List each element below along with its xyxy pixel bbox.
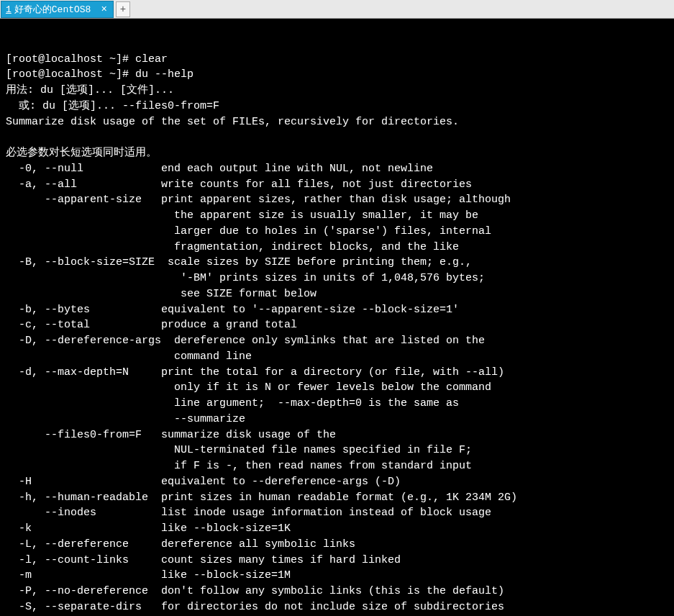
terminal-line: -a, --all write counts for all files, no… — [6, 177, 668, 193]
terminal-line: --summarize — [6, 412, 668, 427]
terminal-line: -D, --dereference-args dereference only … — [6, 333, 668, 349]
terminal-line: 或: du [选项]... --files0-from=F — [6, 99, 668, 114]
terminal-line: NUL-terminated file names specified in f… — [6, 443, 668, 458]
terminal-line: command line — [6, 349, 668, 365]
terminal-line: -l, --count-links count sizes many times… — [6, 553, 668, 569]
terminal-line: [root@localhost ~]# du --help — [6, 67, 668, 83]
terminal-line: 用法: du [选项]... [文件]... — [6, 83, 668, 99]
terminal-line: -0, --null end each output line with NUL… — [6, 161, 668, 177]
terminal-line: -b, --bytes equivalent to '--apparent-si… — [6, 302, 668, 318]
terminal-line: --files0-from=F summarize disk usage of … — [6, 427, 668, 443]
close-icon[interactable]: × — [101, 4, 106, 15]
terminal-line: -d, --max-depth=N print the total for a … — [6, 365, 668, 381]
terminal-line: --apparent-size print apparent sizes, ra… — [6, 192, 668, 208]
terminal-line: fragmentation, indirect blocks, and the … — [6, 240, 668, 255]
terminal-line: -H equivalent to --dereference-args (-D) — [6, 474, 668, 490]
terminal-line: --inodes list inode usage information in… — [6, 505, 668, 521]
add-tab-button[interactable]: + — [116, 1, 130, 17]
terminal-line: -P, --no-dereference don't follow any sy… — [6, 584, 668, 599]
terminal-line: -h, --human-readable print sizes in huma… — [6, 490, 668, 506]
terminal-line: if F is -, then read names from standard… — [6, 458, 668, 474]
terminal-body[interactable]: [root@localhost ~]# clear[root@localhost… — [0, 19, 674, 616]
terminal-line: -m like --block-size=1M — [6, 568, 668, 584]
terminal-line: -k like --block-size=1K — [6, 521, 668, 537]
terminal-line: Summarize disk usage of the set of FILEs… — [6, 114, 668, 130]
terminal-line: larger due to holes in ('sparse') files,… — [6, 224, 668, 240]
terminal-line: see SIZE format below — [6, 286, 668, 302]
terminal-line: line argument; --max-depth=0 is the same… — [6, 396, 668, 412]
terminal-line: -B, --block-size=SIZE scale sizes by SIZ… — [6, 255, 668, 271]
terminal-line: [root@localhost ~]# clear — [6, 52, 668, 68]
terminal-line: the apparent size is usually smaller, it… — [6, 208, 668, 224]
terminal-line — [6, 130, 668, 145]
terminal-line: '-BM' prints sizes in units of 1,048,576… — [6, 271, 668, 286]
terminal-line: only if it is N or fewer levels below th… — [6, 380, 668, 396]
terminal-line: -S, --separate-dirs for directories do n… — [6, 599, 668, 615]
terminal-line: -c, --total produce a grand total — [6, 317, 668, 333]
tab-active[interactable]: 1 好奇心的CentOS8 × — [1, 1, 114, 18]
terminal-window: 1 好奇心的CentOS8 × + [root@localhost ~]# cl… — [0, 0, 674, 616]
terminal-line: -L, --dereference dereference all symbol… — [6, 537, 668, 553]
terminal-line: 必选参数对长短选项同时适用。 — [6, 145, 668, 161]
tab-title: 好奇心的CentOS8 — [14, 3, 91, 16]
tab-number: 1 — [6, 4, 12, 15]
tab-bar: 1 好奇心的CentOS8 × + — [0, 0, 674, 19]
